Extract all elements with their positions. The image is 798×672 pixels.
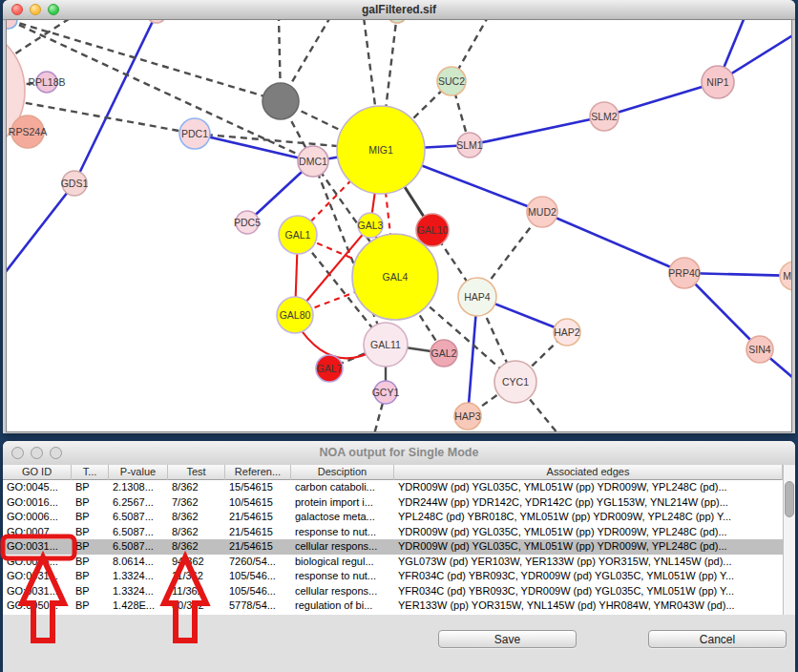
table-row-1[interactable]: GO:0016...BP6.2567...7/36210/54615protei… [3, 495, 783, 511]
cell-1-5: protein import i... [291, 495, 394, 511]
cell-1-3: 7/362 [168, 495, 225, 511]
node-label-gal80: GAL80 [280, 309, 311, 321]
column-header-4[interactable]: Referen... [225, 465, 291, 480]
node-label-gds1: GDS1 [61, 178, 89, 189]
node-label-msn: MSN [783, 270, 791, 282]
cell-3-6: YDR009W (pd) YGL035C, YML051W (pp) YDR00… [394, 525, 783, 540]
column-header-3[interactable]: Test [168, 465, 225, 480]
cell-1-4: 10/54615 [225, 495, 291, 511]
cell-2-4: 21/54615 [225, 510, 291, 525]
cell-5-4: 7260/54... [225, 555, 291, 570]
desktop: galFiltered.sif RPL18BRPS24AGDS1PDC1PDC5… [0, 0, 798, 672]
edge-prp40-sin4 [684, 273, 760, 349]
cell-0-0: GO:0045... [3, 480, 72, 495]
edge-gds1-off [7, 183, 74, 278]
node-label-hap3: HAP3 [454, 410, 481, 422]
node-label-dmc1: DMC1 [299, 156, 327, 167]
node-label-pdc5: PDC5 [234, 217, 261, 228]
table-row-6[interactable]: GO:0031...BP1.3324...11/362105/546...res… [3, 569, 783, 584]
edge-slm2-nip1 [604, 82, 718, 116]
cell-7-5: cellular respons... [291, 584, 394, 599]
node-label-gal4: GAL4 [383, 271, 409, 283]
column-header-6[interactable]: Associated edges [394, 465, 783, 480]
cell-7-0: GO:0031... [3, 584, 72, 599]
table-row-3[interactable]: GO:0007...BP6.5087...8/36221/54615respon… [3, 525, 783, 540]
cell-2-2: 6.5087... [109, 510, 168, 525]
table-row-4[interactable]: GO:0031...BP6.5087...8/36221/54615cellul… [3, 539, 783, 555]
node-label-gal2: GAL2 [431, 347, 457, 359]
column-header-0[interactable]: GO ID [3, 465, 72, 480]
cell-7-4: 105/546... [225, 584, 291, 599]
node-label-gal1: GAL1 [285, 229, 311, 241]
edge-prp40-msn [684, 273, 791, 276]
node-label-gal7: GAL7 [317, 363, 343, 374]
cell-3-2: 6.5087... [109, 525, 168, 540]
node-label-hap2: HAP2 [554, 326, 580, 338]
vertical-scrollbar[interactable] [783, 465, 795, 615]
cell-5-2: 8.0614... [109, 555, 168, 570]
node-graynode[interactable] [262, 83, 299, 119]
dialog-title: NOA output for Single Mode [3, 446, 795, 459]
cell-4-3: 8/362 [168, 539, 225, 555]
edge-mud2-prp40 [542, 212, 684, 273]
table-row-7[interactable]: GO:0031...BP1.3324...11/362105/546...cel… [3, 584, 783, 599]
cell-5-3: 94/362 [168, 555, 225, 570]
cell-4-1: BP [72, 539, 109, 555]
column-header-5[interactable]: Desciption [291, 465, 394, 480]
scrollbar-thumb[interactable] [785, 481, 794, 517]
cell-6-0: GO:0031... [3, 569, 72, 584]
cell-2-5: galactose meta... [291, 510, 394, 525]
table-row-0[interactable]: GO:0045...BP2.1308...8/36215/54615carbon… [3, 480, 783, 495]
node-topcut1[interactable] [147, 20, 166, 23]
cell-4-5: cellular respons... [291, 539, 394, 555]
network-canvas[interactable]: RPL18BRPS24AGDS1PDC1PDC5DMC1MIG1SUC2SLM1… [6, 19, 792, 432]
cell-0-3: 8/362 [168, 480, 225, 495]
node-label-pdc1: PDC1 [181, 128, 208, 139]
cell-6-4: 105/546... [225, 569, 291, 584]
node-label-mud2: MUD2 [528, 206, 556, 218]
cell-3-5: response to nut... [291, 525, 394, 540]
cell-8-4: 5778/54... [225, 598, 291, 614]
cell-8-6: YER133W (pp) YOR315W, YNL145W (pd) YHR08… [394, 598, 783, 614]
save-button[interactable]: Save [438, 630, 577, 648]
node-label-prp40: PRP40 [668, 267, 700, 279]
cell-1-6: YDR244W (pp) YDR142C, YDR142C (pp) YGL15… [394, 495, 783, 511]
node-label-nip1: NIP1 [706, 76, 729, 88]
cell-7-1: BP [72, 584, 109, 599]
node-label-rpl18b: RPL18B [28, 76, 65, 88]
dialog-titlebar: NOA output for Single Mode [3, 441, 795, 466]
column-header-1[interactable]: T... [72, 465, 109, 480]
node-label-gcy1: GCY1 [372, 387, 400, 398]
node-label-mig1: MIG1 [368, 144, 393, 156]
cell-1-2: 6.2567... [109, 495, 168, 511]
cell-7-3: 11/362 [168, 584, 225, 599]
node-label-gal3: GAL3 [358, 220, 384, 231]
cell-0-6: YDR009W (pd) YGL035C, YML051W (pp) YDR00… [394, 480, 783, 495]
cell-0-4: 15/54615 [225, 480, 291, 495]
table-row-5[interactable]: GO:0065...BP8.0614...94/3627260/54...bio… [3, 555, 783, 570]
node-corner[interactable] [7, 20, 17, 29]
cell-5-6: YGL073W (pd) YER103W, YER133W (pp) YOR31… [394, 555, 783, 570]
node-label-slm2: SLM2 [591, 111, 618, 122]
column-header-2[interactable]: P-value [109, 465, 168, 480]
table-row-8[interactable]: GO:0050...BP1.428E...80/3625778/54...reg… [3, 598, 783, 614]
cell-7-6: YFR034C (pd) YBR093C, YDR009W (pd) YGL03… [394, 584, 783, 599]
cell-6-6: YFR034C (pd) YBR093C, YDR009W (pd) YGL03… [394, 569, 783, 584]
node-label-gal11: GAL11 [370, 339, 401, 350]
cell-8-3: 80/362 [168, 598, 225, 614]
cell-4-6: YDR009W (pd) YGL035C, YML051W (pp) YDR00… [394, 539, 783, 555]
network-window-title: galFiltered.sif [3, 3, 795, 16]
node-label-suc2: SUC2 [438, 75, 465, 87]
node-topgreen[interactable] [388, 20, 407, 23]
cell-6-2: 1.3324... [109, 569, 168, 584]
cell-8-2: 1.428E... [109, 598, 168, 614]
table-row-2[interactable]: GO:0006...BP6.5087...8/36221/54615galact… [3, 510, 783, 525]
node-label-slm1: SLM1 [456, 139, 483, 151]
cell-3-3: 8/362 [168, 525, 225, 540]
cell-2-1: BP [72, 510, 109, 525]
network-graph: RPL18BRPS24AGDS1PDC1PDC5DMC1MIG1SUC2SLM1… [7, 20, 791, 431]
cancel-button[interactable]: Cancel [648, 630, 787, 648]
edge-slm1-slm2 [470, 116, 604, 145]
network-window-titlebar: galFiltered.sif [3, 0, 795, 20]
cell-4-2: 6.5087... [109, 539, 168, 555]
